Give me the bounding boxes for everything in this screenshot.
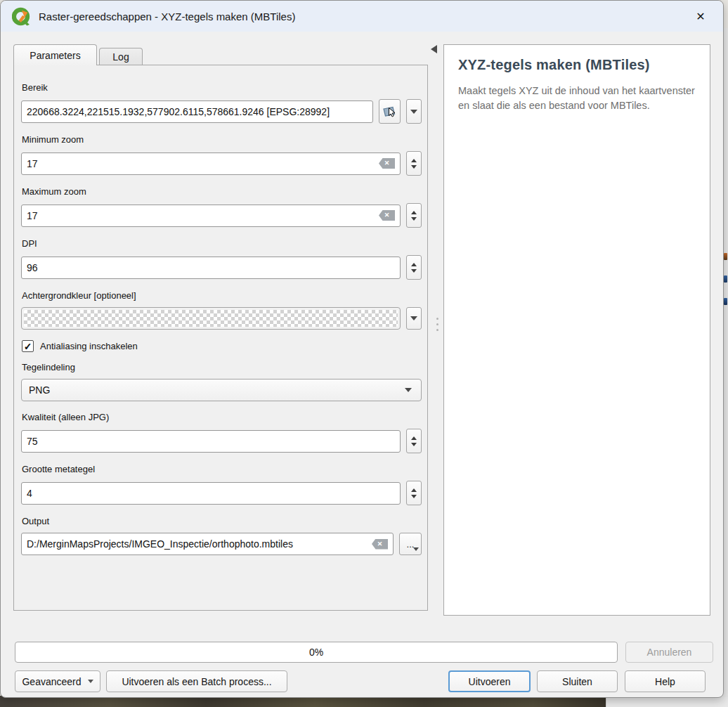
chevron-down-icon (413, 547, 419, 551)
chevron-down-icon (405, 388, 412, 392)
quality-input[interactable] (27, 436, 395, 447)
quality-label: Kwaliteit (alleen JPG) (22, 412, 422, 423)
background-color-button[interactable] (21, 307, 401, 330)
clear-icon[interactable]: ✕ (379, 210, 395, 221)
close-button[interactable]: Sluiten (537, 670, 618, 692)
quality-group: Kwaliteit (alleen JPG) (21, 412, 422, 453)
window-title: Raster-gereedschappen - XYZ-tegels maken… (39, 11, 687, 22)
background-app-edge (723, 28, 728, 697)
max-zoom-field: ✕ (21, 205, 401, 227)
help-panel: XYZ-tegels maken (MBTiles) Maakt tegels … (443, 44, 710, 616)
panel-splitter-handle[interactable] (436, 318, 438, 331)
max-zoom-spinner[interactable] (406, 203, 422, 228)
min-zoom-group: Minimum zoom ✕ (21, 134, 422, 176)
background-color-group: Achtergrondkleur [optioneel] (21, 290, 422, 330)
bereik-options-dropdown-button[interactable] (406, 99, 422, 124)
progress-label: 0% (309, 647, 323, 658)
collapse-help-panel-icon[interactable] (431, 45, 437, 53)
background-toolbar-icon (724, 253, 727, 260)
bereik-input[interactable] (27, 106, 368, 117)
background-toolbar-icon (724, 275, 727, 283)
chevron-down-icon (410, 110, 417, 114)
help-description: Maakt tegels XYZ uit de inhoud van het k… (458, 84, 696, 113)
metatile-group: Grootte metategel (21, 464, 422, 505)
qgis-logo-icon (12, 7, 31, 26)
chevron-down-icon (88, 680, 93, 683)
spin-down-icon[interactable] (411, 217, 417, 221)
min-zoom-field: ✕ (21, 153, 401, 175)
dpi-label: DPI (22, 238, 422, 249)
background-color-dropdown-button[interactable] (406, 307, 422, 330)
titlebar[interactable]: Raster-gereedschappen - XYZ-tegels maken… (1, 1, 723, 32)
antialiasing-checkbox[interactable]: ✓ (22, 340, 34, 352)
output-field: ✕ (21, 533, 394, 555)
run-as-batch-button[interactable]: Uitvoeren als een Batch process... (106, 670, 287, 692)
clear-icon[interactable]: ✕ (379, 158, 395, 169)
spin-up-icon[interactable] (411, 263, 417, 266)
tab-log[interactable]: Log (99, 48, 143, 65)
min-zoom-spinner[interactable] (406, 151, 422, 176)
run-button[interactable]: Uitvoeren (448, 670, 531, 692)
bereik-group: Bereik (21, 82, 422, 124)
select-extent-on-canvas-button[interactable] (379, 99, 401, 124)
metatile-label: Grootte metategel (22, 464, 422, 475)
quality-field (21, 430, 401, 453)
dpi-input[interactable] (27, 262, 395, 273)
help-title: XYZ-tegels maken (MBTiles) (458, 57, 696, 73)
dpi-group: DPI (21, 238, 422, 280)
tab-parameters[interactable]: Parameters (13, 44, 97, 65)
metatile-spinner[interactable] (406, 481, 422, 505)
metatile-field (21, 482, 401, 505)
quality-spinner[interactable] (406, 429, 422, 453)
progress-bar: 0% (15, 642, 618, 663)
output-browse-button[interactable]: ... (399, 533, 422, 555)
dpi-spinner[interactable] (406, 255, 422, 280)
clear-icon[interactable]: ✕ (372, 539, 388, 550)
output-group: Output ✕ ... (21, 516, 422, 555)
tile-format-group: Tegelindeling PNG (21, 362, 422, 401)
advanced-button[interactable]: Geavanceerd (15, 670, 100, 692)
antialiasing-row: ✓ Antialiasing inschakelen (22, 340, 422, 352)
close-icon[interactable]: ✕ (687, 5, 715, 27)
output-input[interactable] (27, 538, 368, 550)
min-zoom-input[interactable] (27, 158, 375, 169)
tile-format-label: Tegelindeling (22, 362, 422, 373)
bereik-label: Bereik (22, 82, 422, 93)
tile-format-value: PNG (29, 384, 50, 396)
spin-up-icon[interactable] (411, 159, 417, 162)
xyz-tiles-dialog: Raster-gereedschappen - XYZ-tegels maken… (0, 0, 724, 698)
tile-format-combobox[interactable]: PNG (21, 379, 422, 401)
advanced-label: Geavanceerd (22, 676, 81, 687)
spin-down-icon[interactable] (411, 495, 417, 498)
spin-down-icon[interactable] (411, 443, 417, 446)
background-toolbar-icon (724, 298, 727, 305)
map-cursor-icon (383, 105, 397, 118)
dpi-field (21, 257, 401, 279)
chevron-down-icon (410, 316, 417, 320)
spin-down-icon[interactable] (411, 269, 417, 273)
antialiasing-label[interactable]: Antialiasing inschakelen (40, 341, 138, 351)
max-zoom-label: Maximum zoom (22, 186, 422, 197)
help-button[interactable]: Help (625, 670, 706, 692)
metatile-input[interactable] (27, 488, 395, 499)
parameters-panel: Bereik Minimum zoom (13, 65, 428, 611)
max-zoom-input[interactable] (27, 210, 375, 221)
bereik-field (21, 100, 373, 123)
transparent-checker-swatch (24, 310, 398, 327)
spin-down-icon[interactable] (411, 165, 417, 169)
spin-up-icon[interactable] (411, 436, 417, 440)
spin-up-icon[interactable] (411, 488, 417, 492)
max-zoom-group: Maximum zoom ✕ (21, 186, 422, 228)
spin-up-icon[interactable] (411, 211, 417, 214)
output-label: Output (22, 516, 422, 527)
min-zoom-label: Minimum zoom (22, 134, 422, 145)
cancel-button[interactable]: Annuleren (625, 642, 713, 663)
background-color-label: Achtergrondkleur [optioneel] (22, 290, 422, 301)
